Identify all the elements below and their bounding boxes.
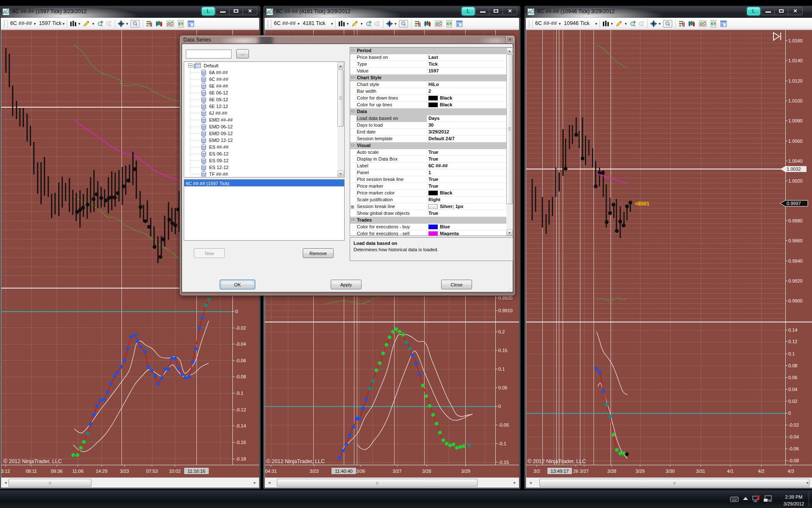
svg-text:$: $ [180, 22, 182, 26]
svg-text:0.9900: 0.9900 [788, 298, 803, 303]
svg-text:14:29: 14:29 [96, 469, 108, 474]
svg-text:1.0060: 1.0060 [788, 139, 803, 144]
svg-text:07:53: 07:53 [146, 469, 158, 474]
svg-text:<8501: <8501 [635, 201, 649, 207]
svg-text:11:06: 11:06 [72, 469, 84, 474]
svg-text:0.9940: 0.9940 [788, 258, 803, 264]
svg-text:-0.12: -0.12 [235, 407, 246, 412]
svg-text:-0.08: -0.08 [235, 374, 246, 379]
svg-text:Default: Default [204, 63, 218, 68]
svg-text:-0.02: -0.02 [788, 422, 799, 427]
svg-text:26: 26 [573, 469, 578, 474]
svg-text:3/29: 3/29 [635, 469, 644, 474]
svg-text:0.14: 0.14 [788, 328, 797, 333]
svg-text:-0.1: -0.1 [498, 441, 506, 446]
svg-text:ES 06-12: ES 06-12 [209, 151, 229, 156]
svg-text:4/3: 4/3 [787, 469, 794, 474]
svg-text:0.9910: 0.9910 [498, 308, 513, 313]
svg-text:4/1: 4/1 [727, 469, 733, 474]
svg-text:3/27: 3/27 [392, 469, 401, 474]
svg-text:0.02: 0.02 [788, 399, 797, 404]
svg-text:3:12: 3:12 [1, 469, 10, 474]
svg-text:0.05: 0.05 [498, 385, 507, 390]
svg-text:0.9960: 0.9960 [788, 238, 803, 243]
svg-text:-0.16: -0.16 [235, 440, 246, 445]
svg-text:3/29: 3/29 [461, 469, 470, 474]
svg-text:-0.08: -0.08 [788, 458, 799, 463]
svg-text:0.15: 0.15 [498, 348, 507, 353]
svg-text:10:02: 10:02 [169, 469, 181, 474]
svg-text:$: $ [712, 22, 715, 26]
svg-text:08:11: 08:11 [26, 469, 37, 474]
svg-text:EMD ##-##: EMD ##-## [209, 117, 233, 122]
svg-text:0.04: 0.04 [788, 387, 797, 392]
svg-text:1.0100: 1.0100 [788, 98, 803, 103]
svg-text:0: 0 [498, 404, 501, 409]
svg-text:1.0160: 1.0160 [788, 38, 803, 43]
svg-text:1.0080: 1.0080 [788, 118, 803, 123]
svg-text:0.06: 0.06 [788, 375, 797, 380]
svg-text:6A ##-##: 6A ##-## [209, 70, 228, 75]
svg-text:11:16:16: 11:16:16 [188, 469, 205, 474]
svg-text:04:31: 04:31 [265, 469, 277, 474]
svg-text:ES ##-##: ES ##-## [209, 144, 229, 150]
svg-text:3/23: 3/23 [120, 469, 129, 474]
svg-text:3/28: 3/28 [422, 469, 431, 474]
svg-text:0.08: 0.08 [788, 363, 797, 368]
svg-text:EMD 09-12: EMD 09-12 [209, 131, 233, 136]
svg-text:-0.06: -0.06 [235, 358, 246, 363]
svg-text:09:36: 09:36 [51, 469, 63, 474]
svg-text:-0.15: -0.15 [498, 460, 509, 465]
svg-text:1.0040: 1.0040 [788, 158, 803, 164]
svg-text:0: 0 [235, 309, 238, 314]
svg-text:EMD 06-12: EMD 06-12 [209, 124, 233, 129]
svg-text:6E ##-##: 6E ##-## [209, 83, 229, 89]
svg-text:1.0120: 1.0120 [788, 78, 803, 83]
svg-text:-0.04: -0.04 [788, 434, 799, 439]
svg-text:3/2: 3/2 [533, 469, 540, 474]
svg-text:11:40:40: 11:40:40 [335, 469, 353, 474]
svg-text:6E 09-12: 6E 09-12 [209, 97, 228, 102]
svg-text:EMD 12-12: EMD 12-12 [209, 138, 233, 143]
svg-text:0.9997: 0.9997 [787, 201, 801, 206]
svg-text:3/26: 3/26 [356, 469, 365, 474]
svg-text:-0.05: -0.05 [498, 422, 509, 427]
svg-text:-0.14: -0.14 [235, 423, 246, 428]
svg-text:6C ##-##: 6C ##-## [209, 77, 229, 82]
svg-text:TF ##-##: TF ##-## [209, 172, 229, 177]
svg-text:3/30: 3/30 [666, 469, 674, 474]
svg-text:6E 06-12: 6E 06-12 [209, 90, 228, 95]
svg-text:-0.06: -0.06 [788, 446, 799, 451]
svg-text:0: 0 [788, 411, 791, 416]
svg-text:0.9920: 0.9920 [498, 295, 513, 300]
svg-text:0.9920: 0.9920 [788, 278, 803, 283]
svg-text:0.1: 0.1 [498, 366, 505, 372]
svg-text:1.0032: 1.0032 [787, 167, 801, 172]
svg-text:ES 12-12: ES 12-12 [209, 165, 229, 170]
svg-text:0.9980: 0.9980 [788, 218, 803, 223]
svg-text:6J ##-##: 6J ##-## [209, 111, 228, 116]
svg-text:3/23: 3/23 [309, 469, 318, 474]
svg-text:© 2012 NinjaTrader, LLC: © 2012 NinjaTrader, LLC [266, 458, 325, 464]
svg-text:-0.02: -0.02 [235, 325, 246, 330]
svg-text:4/2: 4/2 [758, 469, 764, 474]
svg-text:3/28: 3/28 [607, 469, 616, 474]
svg-text:3/31: 3/31 [696, 469, 705, 474]
svg-text:0.12: 0.12 [788, 339, 797, 344]
svg-text:0.1: 0.1 [788, 351, 795, 356]
svg-text:13:49:17: 13:49:17 [551, 469, 569, 474]
svg-text:ES 09-12: ES 09-12 [209, 158, 229, 163]
svg-text:3/27: 3/27 [580, 469, 588, 474]
svg-text:3/29/2012: 3/29/2012 [784, 501, 804, 506]
svg-text:-0.1: -0.1 [235, 391, 243, 396]
svg-text:-0.04: -0.04 [235, 341, 246, 347]
svg-text:© 2012 NinjaTrader, LLC: © 2012 NinjaTrader, LLC [528, 458, 586, 464]
svg-text:-0.18: -0.18 [235, 456, 246, 461]
svg-text:0.2: 0.2 [498, 329, 505, 334]
svg-text:1.0020: 1.0020 [788, 178, 803, 183]
svg-text:2:39 PM: 2:39 PM [785, 494, 803, 500]
svg-text:1.0140: 1.0140 [788, 58, 803, 63]
svg-text:6E 12-12: 6E 12-12 [209, 104, 228, 109]
svg-text:$: $ [448, 22, 450, 26]
svg-text:© 2012 NinjaTrader, LLC: © 2012 NinjaTrader, LLC [3, 458, 62, 464]
